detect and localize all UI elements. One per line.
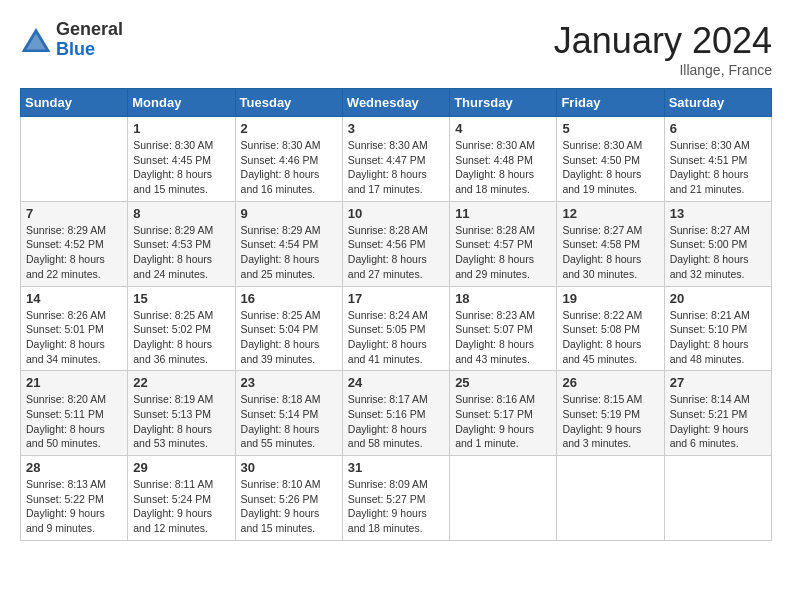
logo: General Blue — [20, 20, 123, 60]
day-number: 16 — [241, 291, 337, 306]
weekday-header-tuesday: Tuesday — [235, 89, 342, 117]
calendar-cell: 15Sunrise: 8:25 AMSunset: 5:02 PMDayligh… — [128, 286, 235, 371]
day-number: 20 — [670, 291, 766, 306]
day-info: Sunrise: 8:30 AMSunset: 4:46 PMDaylight:… — [241, 138, 337, 197]
day-number: 17 — [348, 291, 444, 306]
day-number: 14 — [26, 291, 122, 306]
day-info: Sunrise: 8:28 AMSunset: 4:57 PMDaylight:… — [455, 223, 551, 282]
day-info: Sunrise: 8:30 AMSunset: 4:51 PMDaylight:… — [670, 138, 766, 197]
calendar-cell: 23Sunrise: 8:18 AMSunset: 5:14 PMDayligh… — [235, 371, 342, 456]
page-header: General Blue January 2024 Illange, Franc… — [20, 20, 772, 78]
calendar-cell: 31Sunrise: 8:09 AMSunset: 5:27 PMDayligh… — [342, 456, 449, 541]
day-info: Sunrise: 8:10 AMSunset: 5:26 PMDaylight:… — [241, 477, 337, 536]
calendar-cell: 26Sunrise: 8:15 AMSunset: 5:19 PMDayligh… — [557, 371, 664, 456]
day-number: 15 — [133, 291, 229, 306]
day-number: 28 — [26, 460, 122, 475]
day-number: 5 — [562, 121, 658, 136]
calendar-cell: 7Sunrise: 8:29 AMSunset: 4:52 PMDaylight… — [21, 201, 128, 286]
logo-blue: Blue — [56, 40, 123, 60]
logo-general: General — [56, 20, 123, 40]
day-number: 24 — [348, 375, 444, 390]
calendar-cell: 27Sunrise: 8:14 AMSunset: 5:21 PMDayligh… — [664, 371, 771, 456]
day-number: 21 — [26, 375, 122, 390]
day-number: 18 — [455, 291, 551, 306]
day-number: 29 — [133, 460, 229, 475]
day-info: Sunrise: 8:11 AMSunset: 5:24 PMDaylight:… — [133, 477, 229, 536]
day-number: 12 — [562, 206, 658, 221]
weekday-header-sunday: Sunday — [21, 89, 128, 117]
calendar-week-1: 1Sunrise: 8:30 AMSunset: 4:45 PMDaylight… — [21, 117, 772, 202]
weekday-header-row: SundayMondayTuesdayWednesdayThursdayFrid… — [21, 89, 772, 117]
day-info: Sunrise: 8:30 AMSunset: 4:48 PMDaylight:… — [455, 138, 551, 197]
calendar-cell: 25Sunrise: 8:16 AMSunset: 5:17 PMDayligh… — [450, 371, 557, 456]
day-number: 31 — [348, 460, 444, 475]
day-info: Sunrise: 8:20 AMSunset: 5:11 PMDaylight:… — [26, 392, 122, 451]
day-number: 26 — [562, 375, 658, 390]
calendar-cell: 30Sunrise: 8:10 AMSunset: 5:26 PMDayligh… — [235, 456, 342, 541]
calendar-cell: 5Sunrise: 8:30 AMSunset: 4:50 PMDaylight… — [557, 117, 664, 202]
day-number: 1 — [133, 121, 229, 136]
day-number: 27 — [670, 375, 766, 390]
day-number: 6 — [670, 121, 766, 136]
logo-text: General Blue — [56, 20, 123, 60]
day-info: Sunrise: 8:27 AMSunset: 4:58 PMDaylight:… — [562, 223, 658, 282]
day-info: Sunrise: 8:25 AMSunset: 5:02 PMDaylight:… — [133, 308, 229, 367]
day-number: 2 — [241, 121, 337, 136]
day-info: Sunrise: 8:24 AMSunset: 5:05 PMDaylight:… — [348, 308, 444, 367]
day-info: Sunrise: 8:29 AMSunset: 4:53 PMDaylight:… — [133, 223, 229, 282]
calendar-cell: 21Sunrise: 8:20 AMSunset: 5:11 PMDayligh… — [21, 371, 128, 456]
calendar-cell: 2Sunrise: 8:30 AMSunset: 4:46 PMDaylight… — [235, 117, 342, 202]
weekday-header-thursday: Thursday — [450, 89, 557, 117]
day-number: 4 — [455, 121, 551, 136]
calendar-cell: 17Sunrise: 8:24 AMSunset: 5:05 PMDayligh… — [342, 286, 449, 371]
title-area: January 2024 Illange, France — [554, 20, 772, 78]
month-title: January 2024 — [554, 20, 772, 62]
calendar-cell: 3Sunrise: 8:30 AMSunset: 4:47 PMDaylight… — [342, 117, 449, 202]
calendar-cell: 12Sunrise: 8:27 AMSunset: 4:58 PMDayligh… — [557, 201, 664, 286]
day-number: 7 — [26, 206, 122, 221]
day-info: Sunrise: 8:19 AMSunset: 5:13 PMDaylight:… — [133, 392, 229, 451]
calendar-cell: 18Sunrise: 8:23 AMSunset: 5:07 PMDayligh… — [450, 286, 557, 371]
calendar-cell: 1Sunrise: 8:30 AMSunset: 4:45 PMDaylight… — [128, 117, 235, 202]
calendar-cell: 16Sunrise: 8:25 AMSunset: 5:04 PMDayligh… — [235, 286, 342, 371]
day-info: Sunrise: 8:15 AMSunset: 5:19 PMDaylight:… — [562, 392, 658, 451]
day-info: Sunrise: 8:29 AMSunset: 4:52 PMDaylight:… — [26, 223, 122, 282]
calendar-cell: 19Sunrise: 8:22 AMSunset: 5:08 PMDayligh… — [557, 286, 664, 371]
logo-icon — [20, 24, 52, 56]
calendar-cell: 24Sunrise: 8:17 AMSunset: 5:16 PMDayligh… — [342, 371, 449, 456]
calendar-cell: 9Sunrise: 8:29 AMSunset: 4:54 PMDaylight… — [235, 201, 342, 286]
day-info: Sunrise: 8:23 AMSunset: 5:07 PMDaylight:… — [455, 308, 551, 367]
calendar-cell — [21, 117, 128, 202]
calendar-week-4: 21Sunrise: 8:20 AMSunset: 5:11 PMDayligh… — [21, 371, 772, 456]
calendar-table: SundayMondayTuesdayWednesdayThursdayFrid… — [20, 88, 772, 541]
calendar-cell: 20Sunrise: 8:21 AMSunset: 5:10 PMDayligh… — [664, 286, 771, 371]
calendar-week-3: 14Sunrise: 8:26 AMSunset: 5:01 PMDayligh… — [21, 286, 772, 371]
day-number: 19 — [562, 291, 658, 306]
day-number: 11 — [455, 206, 551, 221]
day-number: 8 — [133, 206, 229, 221]
day-info: Sunrise: 8:09 AMSunset: 5:27 PMDaylight:… — [348, 477, 444, 536]
day-info: Sunrise: 8:25 AMSunset: 5:04 PMDaylight:… — [241, 308, 337, 367]
day-number: 22 — [133, 375, 229, 390]
day-info: Sunrise: 8:30 AMSunset: 4:45 PMDaylight:… — [133, 138, 229, 197]
calendar-cell: 29Sunrise: 8:11 AMSunset: 5:24 PMDayligh… — [128, 456, 235, 541]
day-number: 30 — [241, 460, 337, 475]
location: Illange, France — [554, 62, 772, 78]
calendar-cell: 22Sunrise: 8:19 AMSunset: 5:13 PMDayligh… — [128, 371, 235, 456]
calendar-cell — [450, 456, 557, 541]
day-number: 25 — [455, 375, 551, 390]
calendar-cell — [557, 456, 664, 541]
calendar-cell: 11Sunrise: 8:28 AMSunset: 4:57 PMDayligh… — [450, 201, 557, 286]
day-info: Sunrise: 8:21 AMSunset: 5:10 PMDaylight:… — [670, 308, 766, 367]
day-number: 23 — [241, 375, 337, 390]
day-info: Sunrise: 8:30 AMSunset: 4:47 PMDaylight:… — [348, 138, 444, 197]
day-info: Sunrise: 8:22 AMSunset: 5:08 PMDaylight:… — [562, 308, 658, 367]
calendar-cell: 4Sunrise: 8:30 AMSunset: 4:48 PMDaylight… — [450, 117, 557, 202]
calendar-cell: 8Sunrise: 8:29 AMSunset: 4:53 PMDaylight… — [128, 201, 235, 286]
weekday-header-wednesday: Wednesday — [342, 89, 449, 117]
day-number: 13 — [670, 206, 766, 221]
calendar-cell: 14Sunrise: 8:26 AMSunset: 5:01 PMDayligh… — [21, 286, 128, 371]
day-info: Sunrise: 8:27 AMSunset: 5:00 PMDaylight:… — [670, 223, 766, 282]
weekday-header-saturday: Saturday — [664, 89, 771, 117]
day-number: 3 — [348, 121, 444, 136]
